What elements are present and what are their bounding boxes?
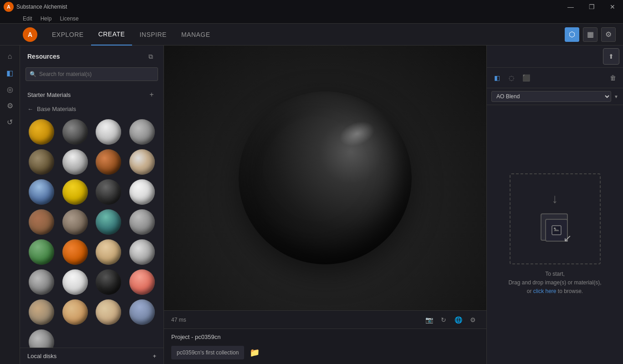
material-item-18[interactable] <box>62 239 88 265</box>
drop-icon-area: ↓ S <box>537 192 573 246</box>
upload-button[interactable]: ⬆ <box>603 48 619 65</box>
drop-text-line1: To start, <box>545 271 565 277</box>
material-item-15[interactable] <box>96 209 121 235</box>
sidebar-tools-icon[interactable]: ⚙ <box>3 98 17 113</box>
eraser-toolbar-button[interactable]: ◌ <box>505 71 518 84</box>
sidebar-material-icon[interactable]: ◎ <box>3 82 17 96</box>
local-disks-label: Local disks <box>27 353 56 359</box>
3d-sphere <box>239 91 412 264</box>
add-disk-button[interactable]: + <box>153 353 156 359</box>
drop-zone[interactable]: ↓ S <box>487 105 623 364</box>
drop-text-line3: or <box>527 288 533 294</box>
material-item-22[interactable] <box>62 269 88 295</box>
3d-view-button[interactable]: ⬡ <box>565 27 579 42</box>
material-item-20[interactable] <box>129 239 155 265</box>
starter-materials-section: Starter Materials + <box>20 86 163 103</box>
grid-view-button[interactable]: ▦ <box>583 27 597 42</box>
material-item-7[interactable] <box>96 149 121 175</box>
material-item-8[interactable] <box>129 149 155 175</box>
delete-toolbar-button[interactable]: 🗑 <box>607 71 619 84</box>
drop-text-line4: to browse. <box>556 288 583 294</box>
close-button[interactable]: ✕ <box>602 0 623 14</box>
viewport-canvas[interactable] <box>164 46 486 310</box>
search-box[interactable]: 🔍 <box>26 67 158 81</box>
back-arrow-icon: ← <box>27 106 33 112</box>
material-item-6[interactable] <box>62 149 88 175</box>
material-item-12[interactable] <box>129 179 155 205</box>
nav-right-controls: ⬡ ▦ ⚙ <box>565 27 623 42</box>
project-area: Project - pc0359cn pc0359cn's first coll… <box>164 329 486 364</box>
blend-mode-select[interactable]: AO Blend Normal Multiply Screen Overlay <box>491 91 611 102</box>
material-item-28[interactable] <box>129 299 155 325</box>
add-collection-button[interactable]: 📁 <box>250 348 260 358</box>
navbar: A EXPLORE CREATE INSPIRE MANAGE ⬡ ▦ ⚙ <box>0 24 623 46</box>
rotate-control-button[interactable]: ↻ <box>437 313 450 326</box>
tab-manage[interactable]: MANAGE <box>174 24 218 46</box>
menu-help[interactable]: Help <box>41 15 52 22</box>
right-panel: ⬆ ◧ ◌ ⬛ 🗑 AO Blend Normal Multiply Scree… <box>486 46 623 364</box>
resources-panel: Resources ⧉ 🔍 Starter Materials + ← Base… <box>20 46 164 364</box>
drop-arrow-icon: ↓ <box>552 192 558 206</box>
material-item-10[interactable] <box>62 179 88 205</box>
left-sidebar: ⌂ ◧ ◎ ⚙ ↺ <box>0 46 20 364</box>
menu-license[interactable]: License <box>60 15 78 22</box>
material-item-24[interactable] <box>129 269 155 295</box>
menu-edit[interactable]: Edit <box>23 15 32 22</box>
material-item-21[interactable] <box>29 269 54 295</box>
material-item-19[interactable] <box>96 239 121 265</box>
blend-collapse-button[interactable]: ▼ <box>614 94 618 99</box>
resources-header: Resources ⧉ <box>20 46 163 67</box>
back-to-base-materials[interactable]: ← Base Materials <box>20 103 163 116</box>
material-item-4[interactable] <box>129 119 155 145</box>
titlebar: A Substance Alchemist — ❐ ✕ <box>0 0 623 14</box>
environment-control-button[interactable]: 🌐 <box>452 313 465 326</box>
search-input[interactable] <box>39 71 154 77</box>
resources-title: Resources <box>27 53 60 60</box>
drop-cursor-icon: ↙ <box>563 233 572 244</box>
tab-inspire[interactable]: INSPIRE <box>132 24 174 46</box>
material-item-26[interactable] <box>62 299 88 325</box>
material-item-27[interactable] <box>96 299 121 325</box>
material-item-25[interactable] <box>29 299 54 325</box>
sidebar-home-icon[interactable]: ⌂ <box>3 49 17 64</box>
viewport-controls: 📷 ↻ 🌐 ⚙ <box>423 313 479 326</box>
maximize-button[interactable]: ❐ <box>581 0 602 14</box>
material-item-5[interactable] <box>29 149 54 175</box>
tab-explore[interactable]: EXPLORE <box>45 24 91 46</box>
material-item-14[interactable] <box>62 209 88 235</box>
viewport-settings-button[interactable]: ⚙ <box>466 313 479 326</box>
sidebar-sync-icon[interactable]: ↺ <box>3 115 17 129</box>
main-content: ⌂ ◧ ◎ ⚙ ↺ Resources ⧉ 🔍 Starter Material… <box>0 46 623 364</box>
material-item-11[interactable] <box>96 179 121 205</box>
material-item-16[interactable] <box>129 209 155 235</box>
drop-border[interactable]: ↓ S <box>510 173 601 264</box>
app-logo: A <box>4 2 14 12</box>
minimize-button[interactable]: — <box>560 0 581 14</box>
browse-link[interactable]: click here <box>533 288 557 294</box>
add-material-button[interactable]: + <box>147 90 156 99</box>
resources-expand-button[interactable]: ⧉ <box>145 51 156 62</box>
nav-logo: A <box>23 27 37 42</box>
search-icon: 🔍 <box>30 71 36 77</box>
collection-item[interactable]: pc0359cn's first collection <box>171 346 244 359</box>
material-item-17[interactable] <box>29 239 54 265</box>
app-title: Substance Alchemist <box>16 4 67 10</box>
sidebar-layers-icon[interactable]: ◧ <box>3 66 17 80</box>
material-item-13[interactable] <box>29 209 54 235</box>
layers-toolbar-button[interactable]: ◧ <box>490 71 503 84</box>
drop-icon-stack: S ↙ <box>537 210 573 246</box>
menubar: Edit Help License <box>0 14 623 24</box>
viewport-status-bar: 47 ms 📷 ↻ 🌐 ⚙ <box>164 310 486 329</box>
material-item-3[interactable] <box>96 119 121 145</box>
material-item-23[interactable] <box>96 269 121 295</box>
material-item-2[interactable] <box>62 119 88 145</box>
render-time: 47 ms <box>171 317 186 323</box>
camera-control-button[interactable]: 📷 <box>423 313 435 326</box>
upload-btn-area: ⬆ <box>487 46 623 68</box>
nav-settings-button[interactable]: ⚙ <box>601 27 616 42</box>
stamp-toolbar-button[interactable]: ⬛ <box>520 71 532 84</box>
tab-create[interactable]: CREATE <box>91 24 133 46</box>
material-item-29[interactable] <box>29 329 54 348</box>
material-item-9[interactable] <box>29 179 54 205</box>
material-item-1[interactable] <box>29 119 54 145</box>
